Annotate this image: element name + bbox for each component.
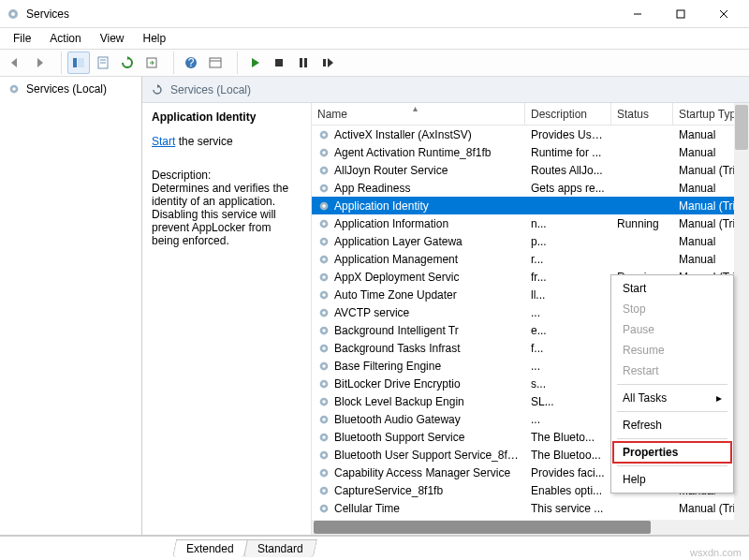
gear-icon <box>317 502 330 515</box>
svg-point-43 <box>322 311 326 315</box>
svg-point-53 <box>322 400 326 404</box>
start-service-button[interactable] <box>243 52 266 74</box>
menu-action[interactable]: Action <box>42 30 88 47</box>
menu-file[interactable]: File <box>6 30 38 47</box>
scrollbar-thumb[interactable] <box>314 521 651 534</box>
table-row[interactable]: Application Layer Gatewap...Manual <box>312 232 749 250</box>
show-hide-tree-button[interactable] <box>67 52 90 74</box>
ctx-help[interactable]: Help <box>613 469 731 490</box>
cell-name: Application Information <box>334 217 448 230</box>
table-row[interactable]: Application IdentityManual (Trig <box>312 197 749 214</box>
cell-description: r... <box>531 253 543 266</box>
pause-service-button[interactable] <box>292 52 315 74</box>
cell-startup: Manual (Trig <box>679 217 742 230</box>
back-button[interactable] <box>4 52 26 74</box>
gear-icon <box>317 395 330 408</box>
help-button[interactable]: ? <box>180 52 202 74</box>
column-header-status[interactable]: Status <box>611 103 673 125</box>
window-title: Services <box>26 7 69 21</box>
calendar-button[interactable] <box>204 52 227 74</box>
cell-description: Routes AllJo... <box>531 164 603 177</box>
svg-point-63 <box>322 489 326 493</box>
cell-name: Application Identity <box>334 199 429 213</box>
watermark: wsxdn.com <box>690 547 742 558</box>
refresh-button[interactable] <box>116 52 139 74</box>
cell-description: Provides Use... <box>531 128 607 141</box>
tree-item-services-local[interactable]: Services (Local) <box>2 81 140 97</box>
gear-icon <box>317 449 330 462</box>
toolbar: ? <box>0 49 749 77</box>
menu-help[interactable]: Help <box>136 30 174 47</box>
detail-description-label: Description: <box>152 169 301 182</box>
svg-point-33 <box>322 222 326 226</box>
svg-point-51 <box>322 382 326 386</box>
table-row[interactable]: AllJoyn Router ServiceRoutes AllJo...Man… <box>312 161 749 179</box>
title-bar: Services <box>0 0 749 28</box>
gear-icon <box>317 235 330 248</box>
tab-standard[interactable]: Standard <box>243 539 317 557</box>
table-row[interactable]: ActiveX Installer (AxInstSV)Provides Use… <box>312 125 749 143</box>
stop-service-button[interactable] <box>268 52 290 74</box>
gear-icon <box>317 484 330 497</box>
gear-icon <box>317 164 330 177</box>
cell-name: Application Layer Gatewa <box>334 235 463 248</box>
svg-point-55 <box>322 418 326 421</box>
forward-button[interactable] <box>28 52 51 74</box>
scrollbar-thumb[interactable] <box>735 105 748 150</box>
maximize-button[interactable] <box>659 0 702 28</box>
table-row[interactable]: Agent Activation Runtime_8f1fbRuntime fo… <box>312 143 749 161</box>
ctx-separator <box>617 438 727 439</box>
refresh-icon[interactable] <box>152 84 163 96</box>
svg-point-61 <box>322 471 326 475</box>
sort-indicator-icon: ▴ <box>413 103 418 113</box>
gear-icon <box>317 128 330 141</box>
svg-point-49 <box>322 364 326 368</box>
ctx-separator <box>617 384 727 385</box>
ctx-start[interactable]: Start <box>613 278 731 299</box>
detail-title: Application Identity <box>152 111 301 124</box>
table-row[interactable]: Application Informationn...RunningManual… <box>312 214 749 232</box>
start-service-link[interactable]: Start <box>152 135 175 148</box>
ctx-refresh[interactable]: Refresh <box>613 415 731 435</box>
ctx-separator <box>617 465 727 466</box>
column-header-description[interactable]: Description <box>525 103 611 125</box>
table-row[interactable]: App ReadinessGets apps re...Manual <box>312 179 749 197</box>
properties-button[interactable] <box>92 52 114 74</box>
cell-description: n... <box>531 217 547 230</box>
cell-name: Bluetooth User Support Service_8f1fb <box>334 449 520 462</box>
close-button[interactable] <box>702 0 745 28</box>
cell-description: p... <box>531 235 547 248</box>
tabs-bottom: Extended Standard <box>0 536 749 556</box>
export-button[interactable] <box>140 52 163 74</box>
start-suffix: the service <box>175 135 232 148</box>
ctx-restart: Restart <box>613 361 731 381</box>
content-header: Services (Local) <box>142 77 749 103</box>
ctx-all-tasks[interactable]: All Tasks▸ <box>613 388 731 408</box>
tree-pane: Services (Local) <box>0 77 142 535</box>
cell-startup: Manual <box>679 128 715 141</box>
table-row[interactable]: Application Managementr...Manual <box>312 250 749 268</box>
restart-service-button[interactable] <box>316 52 339 74</box>
horizontal-scrollbar[interactable] <box>312 520 749 535</box>
vertical-scrollbar[interactable] <box>734 103 749 535</box>
gear-icon <box>7 82 21 96</box>
cell-name: AppX Deployment Servic <box>334 271 459 284</box>
cell-status: Running <box>617 217 659 230</box>
column-header-name[interactable]: Name <box>312 103 525 125</box>
content-header-label: Services (Local) <box>170 83 251 96</box>
cell-description: The Bluetoo... <box>531 449 601 462</box>
cell-name: Bluetooth Support Service <box>334 431 464 444</box>
menu-view[interactable]: View <box>93 30 132 47</box>
svg-point-47 <box>322 346 326 350</box>
table-row[interactable]: Cellular TimeThis service ...Manual (Tri… <box>312 499 749 517</box>
svg-rect-17 <box>300 58 302 67</box>
cell-startup: Manual <box>679 253 715 266</box>
cell-description: ll... <box>531 288 545 302</box>
tab-extended[interactable]: Extended <box>172 539 248 557</box>
cell-description: ... <box>531 306 540 319</box>
minimize-button[interactable] <box>616 0 659 28</box>
ctx-properties[interactable]: Properties <box>613 442 731 463</box>
chevron-right-icon: ▸ <box>716 391 722 405</box>
gear-icon <box>317 342 330 355</box>
cell-name: ActiveX Installer (AxInstSV) <box>334 128 472 141</box>
